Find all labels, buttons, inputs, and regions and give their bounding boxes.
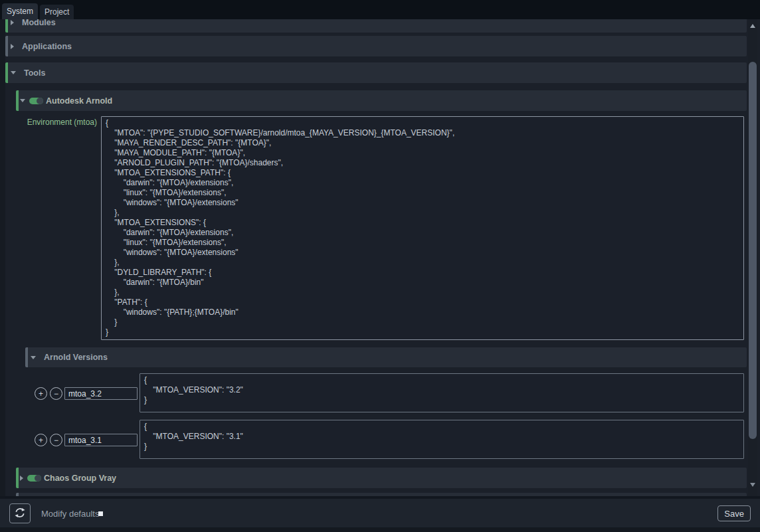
section-label: Tools bbox=[24, 68, 45, 78]
modify-defaults-checkbox[interactable] bbox=[98, 511, 103, 516]
section-header-autodesk-arnold[interactable]: Autodesk Arnold bbox=[16, 90, 747, 111]
remove-version-button[interactable]: − bbox=[50, 434, 62, 446]
tab-project[interactable]: Project bbox=[40, 5, 74, 19]
footer-bar: Modify defaults Save bbox=[0, 496, 760, 532]
section-header-chaos-group-vray[interactable]: Chaos Group Vray bbox=[16, 468, 747, 488]
arnold-enabled-toggle[interactable] bbox=[29, 98, 43, 104]
chevron-down-icon bbox=[31, 356, 36, 359]
version-name-input[interactable] bbox=[64, 434, 138, 446]
environment-json-editor[interactable]: { "MTOA": "{PYPE_STUDIO_SOFTWARE}/arnold… bbox=[101, 116, 744, 340]
refresh-icon bbox=[14, 507, 26, 521]
save-button[interactable]: Save bbox=[717, 505, 751, 521]
version-json-editor[interactable]: { "MTOA_VERSION": "3.2" } bbox=[140, 373, 744, 412]
settings-scroll-area: Modules Applications Tools Autodesk Arno… bbox=[0, 19, 760, 496]
modify-defaults-label: Modify defaults bbox=[41, 509, 99, 519]
tab-system[interactable]: System bbox=[2, 3, 38, 19]
chevron-right-icon bbox=[20, 476, 23, 481]
section-header-applications[interactable]: Applications bbox=[5, 36, 747, 56]
add-version-button[interactable]: + bbox=[35, 387, 47, 400]
vray-enabled-toggle[interactable] bbox=[27, 475, 41, 482]
section-label: Applications bbox=[22, 42, 72, 51]
chevron-right-icon bbox=[11, 20, 14, 25]
section-label: Modules bbox=[22, 19, 56, 27]
tab-bar: System Project bbox=[0, 0, 760, 19]
remove-version-button[interactable]: − bbox=[50, 387, 62, 400]
section-header-arnold-versions[interactable]: Arnold Versions bbox=[25, 347, 747, 367]
section-header-tools[interactable]: Tools bbox=[5, 62, 747, 83]
settings-window: System Project Modules Applications Tool… bbox=[0, 0, 760, 532]
section-header-modules[interactable]: Modules bbox=[5, 19, 747, 33]
version-name-input[interactable] bbox=[64, 387, 138, 400]
chevron-right-icon bbox=[11, 44, 14, 49]
version-json-editor[interactable]: { "MTOA_VERSION": "3.1" } bbox=[140, 420, 744, 459]
refresh-button[interactable] bbox=[9, 503, 31, 523]
scroll-down-icon[interactable] bbox=[750, 483, 755, 487]
left-gutter bbox=[0, 19, 5, 496]
section-label: Autodesk Arnold bbox=[46, 96, 112, 106]
section-label: Arnold Versions bbox=[44, 353, 108, 362]
add-version-button[interactable]: + bbox=[35, 434, 47, 446]
environment-label: Environment (mtoa) bbox=[5, 118, 97, 127]
section-label: Chaos Group Vray bbox=[44, 474, 116, 483]
window-bottom-edge bbox=[0, 527, 760, 532]
chevron-down-icon bbox=[20, 99, 25, 102]
scroll-up-icon[interactable] bbox=[750, 24, 755, 28]
vertical-scrollbar[interactable] bbox=[748, 19, 757, 496]
chevron-down-icon bbox=[11, 71, 16, 74]
scrollbar-thumb[interactable] bbox=[749, 62, 757, 439]
